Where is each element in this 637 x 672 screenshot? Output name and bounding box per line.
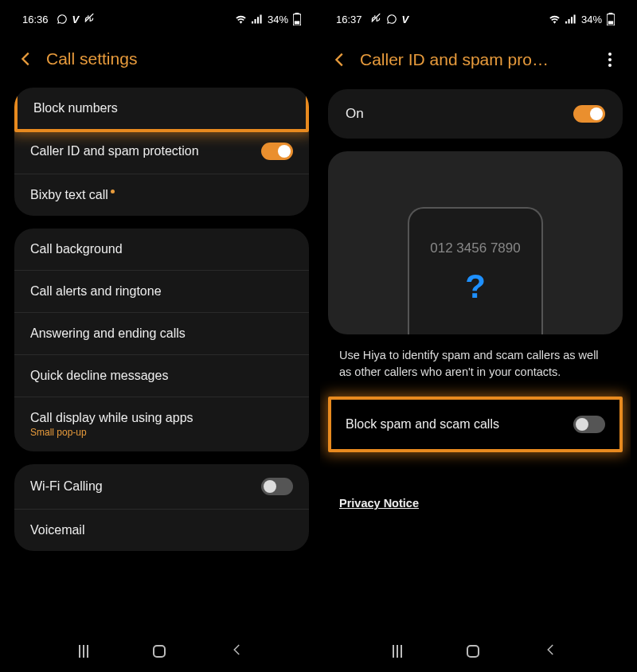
mute-icon (370, 14, 381, 25)
toggle-main[interactable] (573, 105, 605, 123)
caller-id-spam-screen: 16:37 V 34% Caller ID and spam (320, 0, 631, 672)
row-label: Voicemail (30, 523, 84, 537)
nav-recents-button[interactable] (393, 645, 402, 658)
battery-icon (293, 13, 301, 25)
app-v-icon: V (402, 14, 409, 25)
back-icon[interactable] (18, 50, 35, 68)
row-call-alerts[interactable]: Call alerts and ringtone (14, 271, 309, 313)
nav-back-button[interactable] (544, 643, 558, 660)
wifi-icon (549, 14, 561, 24)
settings-group-2: Call background Call alerts and ringtone… (14, 229, 309, 451)
mute-icon (84, 14, 95, 25)
status-time: 16:37 (336, 14, 362, 25)
row-label: Block numbers (33, 101, 118, 115)
row-label: Quick decline messages (30, 369, 168, 383)
new-indicator-icon (111, 189, 115, 193)
battery-icon (607, 13, 615, 25)
app-v-icon: V (72, 14, 80, 25)
row-sublabel: Small pop-up (30, 427, 193, 438)
row-label: Call display while using apps (30, 411, 193, 425)
signal-icon (252, 14, 263, 24)
battery-pct: 34% (268, 14, 288, 25)
whatsapp-icon (57, 14, 68, 25)
main-toggle-card[interactable]: On (328, 89, 623, 139)
page-title: Caller ID and spam pro… (360, 50, 594, 69)
header: Call settings (6, 38, 317, 88)
row-block-numbers[interactable]: Block numbers (18, 88, 306, 129)
svg-rect-5 (608, 21, 613, 24)
more-icon[interactable] (605, 49, 615, 70)
status-time: 16:36 (22, 14, 49, 25)
row-label: Answering and ending calls (30, 326, 186, 341)
settings-group-1: Block numbers Caller ID and spam protect… (14, 88, 309, 216)
nav-bar (320, 631, 631, 672)
back-icon[interactable] (331, 51, 349, 68)
row-label: Caller ID and spam protection (30, 144, 199, 158)
privacy-notice-link[interactable]: Privacy Notice (328, 497, 623, 510)
signal-icon (565, 14, 576, 24)
toggle-wifi-calling[interactable] (261, 478, 293, 495)
wifi-icon (235, 14, 247, 24)
page-title: Call settings (46, 49, 301, 68)
row-call-display-apps[interactable]: Call display while using apps Small pop-… (14, 397, 309, 451)
header: Caller ID and spam pro… (320, 38, 631, 89)
block-spam-label: Block spam and scam calls (346, 417, 499, 432)
preview-illustration: 012 3456 7890 ? (328, 151, 623, 334)
row-label: Wi-Fi Calling (30, 479, 103, 494)
whatsapp-icon (386, 14, 397, 25)
svg-rect-2 (295, 21, 299, 24)
nav-bar (6, 631, 317, 672)
status-bar: 16:37 V 34% (320, 0, 631, 38)
phone-mockup: 012 3456 7890 ? (408, 207, 543, 334)
row-answering-ending[interactable]: Answering and ending calls (14, 313, 309, 355)
row-wifi-calling[interactable]: Wi-Fi Calling (14, 464, 309, 510)
battery-pct: 34% (581, 14, 602, 25)
highlight-block-numbers: Block numbers (14, 88, 309, 132)
nav-home-button[interactable] (153, 645, 166, 658)
toggle-block-spam[interactable] (573, 416, 605, 433)
row-call-background[interactable]: Call background (14, 229, 309, 271)
row-label: Call alerts and ringtone (30, 284, 162, 299)
main-toggle-label: On (346, 106, 364, 122)
settings-group-3: Wi-Fi Calling Voicemail (14, 464, 309, 551)
row-caller-id-spam[interactable]: Caller ID and spam protection (14, 129, 309, 174)
highlight-block-spam[interactable]: Block spam and scam calls (328, 397, 623, 452)
nav-back-button[interactable] (230, 643, 244, 660)
row-bixby-text-call[interactable]: Bixby text call (14, 174, 309, 216)
row-voicemail[interactable]: Voicemail (14, 510, 309, 551)
status-bar: 16:36 V 34% (6, 0, 317, 38)
nav-recents-button[interactable] (79, 645, 88, 658)
nav-home-button[interactable] (467, 645, 479, 658)
toggle-caller-id[interactable] (261, 143, 293, 160)
row-label: Bixby text call (30, 188, 115, 202)
description-text: Use Hiya to identify spam and scam calle… (328, 347, 623, 381)
row-label: Call background (30, 242, 123, 256)
mock-number: 012 3456 7890 (430, 240, 520, 256)
row-quick-decline[interactable]: Quick decline messages (14, 355, 309, 397)
call-settings-screen: 16:36 V 34% Call settings (6, 0, 317, 672)
question-mark-icon: ? (465, 268, 486, 306)
